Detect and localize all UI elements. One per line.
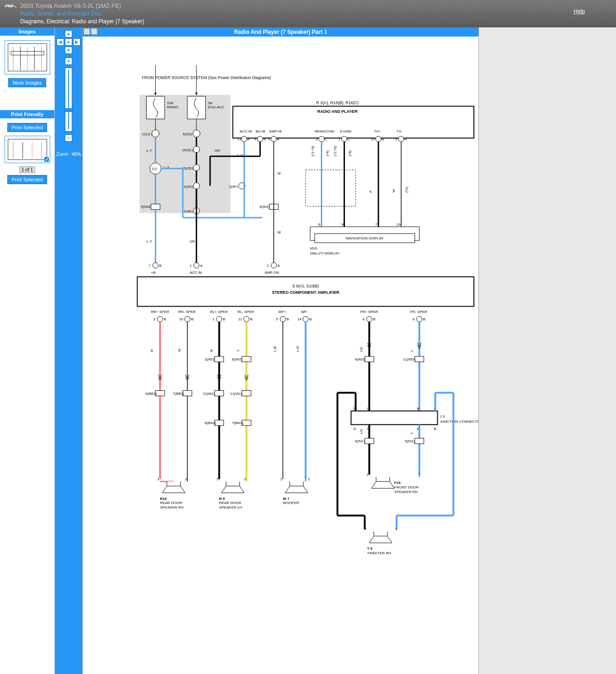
- svg-text:B: B: [223, 317, 225, 321]
- svg-text:1: 1: [267, 264, 269, 268]
- svg-text:RR+ SPKR: RR+ SPKR: [151, 310, 169, 314]
- svg-text:W: W: [177, 348, 181, 352]
- svg-text:FROM POWER SOURCE SYSTEM (See : FROM POWER SOURCE SYSTEM (See Power Dist…: [142, 75, 271, 80]
- pan-left[interactable]: ◀: [57, 38, 64, 46]
- svg-point-44: [271, 136, 276, 142]
- svg-text:11(IA1): 11(IA1): [230, 391, 242, 395]
- svg-text:B: B: [191, 317, 193, 321]
- svg-text:B: B: [404, 137, 407, 141]
- svg-text:L-Y: L-Y: [146, 239, 152, 244]
- svg-text:2(4F): 2(4F): [229, 184, 238, 188]
- svg-text:(*4): (*4): [348, 150, 352, 156]
- svg-text:B: B: [159, 264, 161, 268]
- zoom-panel: ▲ ◀ ● ▶ ▼ + − Zoom: 46%: [55, 27, 82, 674]
- svg-text:NAVIGATION DISPLAY: NAVIGATION DISPLAY: [346, 236, 384, 240]
- svg-text:2: 2: [364, 527, 366, 531]
- page-label: 1 of 1: [19, 166, 35, 173]
- svg-text:11: 11: [238, 317, 242, 321]
- svg-point-56: [398, 136, 404, 142]
- svg-rect-184: [365, 356, 374, 362]
- svg-text:J 3: J 3: [440, 414, 445, 419]
- zoom-out[interactable]: −: [65, 134, 72, 142]
- svg-text:D: D: [353, 427, 356, 431]
- svg-rect-186: [415, 356, 424, 362]
- print-thumbnail[interactable]: [5, 136, 50, 163]
- svg-rect-188: [155, 390, 165, 396]
- svg-text:RR- SPKR: RR- SPKR: [178, 310, 196, 314]
- svg-text:1: 1: [366, 472, 369, 477]
- svg-text:B: B: [309, 317, 312, 321]
- svg-text:6(BB1): 6(BB1): [145, 391, 157, 395]
- svg-text:A: A: [277, 264, 280, 268]
- zoom-in[interactable]: +: [65, 58, 72, 65]
- svg-point-41: [257, 136, 263, 142]
- svg-text:5A: 5A: [208, 101, 212, 105]
- svg-text:7(BA1): 7(BA1): [232, 421, 243, 425]
- pan-down[interactable]: ▼: [65, 47, 72, 54]
- print-selected-button-bottom[interactable]: Print Selected: [7, 175, 47, 184]
- svg-text:JUNCTION CONNECTOR: JUNCTION CONNECTOR: [440, 419, 478, 424]
- svg-text:ECU-ACC: ECU-ACC: [208, 105, 224, 109]
- svg-point-102: [271, 263, 276, 268]
- svg-text:W: W: [392, 189, 396, 192]
- pan-up[interactable]: ▲: [65, 30, 72, 37]
- section-title: Radio, Stereo, and Compact Disc: [20, 10, 574, 18]
- header-bar: 2003 Toyota Avalon V6-3.0L (1MZ-FE) Radi…: [0, 0, 616, 27]
- svg-text:8: 8: [413, 317, 415, 321]
- svg-text:5(IM3): 5(IM3): [141, 205, 151, 209]
- svg-text:15(3C): 15(3C): [182, 148, 193, 152]
- svg-text:S 9(A), S10(B): S 9(A), S10(B): [292, 283, 319, 288]
- diagram-viewer: Radio And Player (7 Speaker) Part 1 FROM…: [82, 27, 479, 674]
- svg-text:B: B: [382, 137, 384, 141]
- viewer-title: Radio And Player (7 Speaker) Part 1: [83, 27, 478, 37]
- zoom-label: Zoom:: [56, 152, 69, 157]
- svg-text:1: 1: [157, 477, 159, 481]
- svg-text:LG: LG: [359, 429, 363, 434]
- tool-icon-2[interactable]: [91, 28, 97, 35]
- svg-text:TX+: TX+: [374, 129, 381, 133]
- svg-text:6: 6: [362, 317, 365, 321]
- zoom-slider[interactable]: [65, 68, 72, 132]
- svg-text:T 9: T 9: [367, 547, 372, 551]
- svg-text:L: L: [409, 350, 414, 352]
- svg-point-146: [217, 316, 222, 322]
- svg-rect-200: [351, 411, 437, 425]
- svg-text:SPEAKER RH: SPEAKER RH: [394, 489, 418, 494]
- svg-text:WF-: WF-: [301, 310, 308, 314]
- svg-text:STEREO COMPONENT AMPLIFIER: STEREO COMPONENT AMPLIFIER: [272, 290, 340, 294]
- svg-text:15(3D): 15(3D): [182, 166, 193, 170]
- svg-text:11: 11: [237, 137, 241, 141]
- more-images-button[interactable]: More Images: [8, 78, 46, 87]
- svg-point-161: [417, 316, 422, 322]
- pan-right[interactable]: ▶: [73, 38, 80, 46]
- pan-center[interactable]: ●: [65, 38, 72, 46]
- svg-text:10: 10: [179, 317, 183, 321]
- svg-text:AMP+B: AMP+B: [269, 129, 281, 133]
- svg-text:I12: I12: [152, 167, 157, 171]
- svg-text:B: B: [423, 317, 425, 321]
- zoom-value: 46%: [72, 152, 81, 157]
- tool-icon-1[interactable]: [84, 28, 90, 35]
- svg-text:1: 1: [395, 527, 398, 531]
- svg-text:R: R: [150, 349, 154, 352]
- print-header: Print Friendly: [0, 110, 54, 118]
- svg-text:ACC+B: ACC+B: [239, 129, 252, 133]
- svg-point-60: [193, 146, 200, 153]
- print-selected-button-top[interactable]: Print Selected: [7, 123, 47, 132]
- svg-point-47: [319, 136, 324, 142]
- svg-point-1: [13, 6, 15, 8]
- image-thumbnail[interactable]: [5, 40, 50, 74]
- svg-text:3: 3: [153, 317, 155, 321]
- wiring-diagram[interactable]: FROM POWER SOURCE SYSTEM (See Power Dist…: [83, 37, 478, 667]
- svg-text:RADIO AND PLAYER: RADIO AND PLAYER: [317, 109, 358, 114]
- print-thumb-checkbox[interactable]: [44, 157, 49, 162]
- svg-text:6(1D): 6(1D): [183, 132, 192, 136]
- svg-text:LG: LG: [359, 347, 363, 352]
- svg-text:B: B: [434, 427, 436, 431]
- svg-text:2: 2: [308, 477, 310, 481]
- svg-text:B: B: [417, 407, 420, 411]
- help-link[interactable]: Help: [574, 8, 585, 15]
- svg-text:SPEAKER RH: SPEAKER RH: [160, 505, 184, 509]
- svg-text:ACC IN: ACC IN: [190, 271, 202, 275]
- svg-text:BU+B: BU+B: [255, 129, 265, 133]
